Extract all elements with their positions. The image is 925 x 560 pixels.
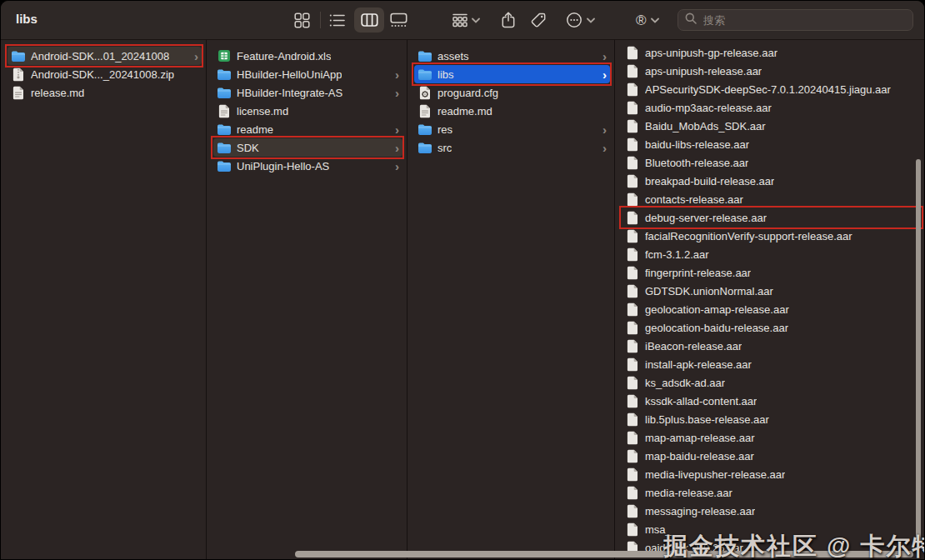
folder-row[interactable]: HBuilder-Integrate-AS›: [213, 83, 402, 102]
file-row[interactable]: audio-mp3aac-release.aar: [622, 98, 922, 117]
file-row[interactable]: fcm-3.1.2.aar: [622, 245, 922, 263]
file-aar-icon: [625, 64, 639, 78]
item-label: install-apk-release.aar: [645, 358, 752, 371]
search-input[interactable]: [702, 13, 906, 28]
file-aar-icon: [625, 376, 639, 390]
file-row[interactable]: baidu-libs-release.aar: [622, 135, 922, 153]
item-label: geolocation-baidu-release.aar: [645, 322, 788, 334]
file-aar-icon: [625, 486, 639, 500]
chevron-right-icon: ›: [598, 142, 607, 154]
file-row[interactable]: Baidu_MobAds_SDK.aar: [622, 117, 922, 135]
file-aar-icon: [625, 504, 639, 518]
item-label: SDK: [237, 142, 259, 154]
item-label: readme.md: [438, 105, 492, 118]
folder-icon: [418, 49, 432, 63]
item-label: breakpad-build-release.aar: [645, 175, 774, 188]
item-label: HBuilder-HelloUniApp: [237, 68, 342, 81]
file-row[interactable]: release.md: [8, 83, 202, 102]
file-row[interactable]: geolocation-baidu-release.aar: [622, 318, 922, 337]
finder-column-1: Android-SDK...01_20241008›Android-SDK...…: [1, 40, 207, 559]
file-row[interactable]: Bluetooth-release.aar: [622, 153, 922, 172]
folder-row[interactable]: libs›: [414, 65, 610, 83]
item-label: messaging-release.aar: [645, 505, 755, 518]
folder-row[interactable]: HBuilder-HelloUniApp›: [213, 65, 402, 83]
tag-icon: [531, 12, 547, 28]
file-row[interactable]: debug-server-release.aar: [622, 208, 922, 227]
file-row[interactable]: fingerprint-release.aar: [622, 263, 922, 282]
file-aar-icon: [625, 174, 639, 188]
file-row[interactable]: media-release.aar: [622, 483, 922, 502]
item-label: map-amap-release.aar: [645, 432, 755, 444]
column-browser: Android-SDK...01_20241008›Android-SDK...…: [1, 40, 924, 559]
chevron-right-icon: ›: [189, 50, 198, 62]
file-row[interactable]: breakpad-build-release.aar: [622, 172, 922, 190]
file-row[interactable]: aps-unipush-release.aar: [622, 62, 922, 80]
file-row[interactable]: contacts-release.aar: [622, 190, 922, 208]
folder-icon: [217, 122, 231, 137]
folder-row[interactable]: readme›: [213, 120, 402, 138]
file-row[interactable]: GDTSDK.unionNormal.aar: [622, 282, 922, 300]
folder-row[interactable]: Android-SDK...01_20241008›: [8, 47, 202, 65]
ellipsis-circle-icon: [566, 12, 582, 28]
icon-view-button[interactable]: [291, 8, 313, 32]
file-row[interactable]: install-apk-release.aar: [622, 355, 922, 373]
file-row[interactable]: lib.5plus.base-release.aar: [622, 410, 922, 428]
file-row[interactable]: license.md: [213, 102, 402, 120]
tag-button[interactable]: [528, 8, 550, 32]
file-row[interactable]: iBeacon-release.aar: [622, 337, 922, 355]
file-aar-icon: [625, 412, 639, 427]
horizontal-scrollbar[interactable]: [295, 551, 913, 558]
toolbar-separator: [320, 12, 321, 28]
item-label: iBeacon-release.aar: [645, 340, 742, 352]
chevron-right-icon: ›: [598, 123, 607, 136]
file-aar-icon: [625, 358, 639, 372]
folder-row[interactable]: res›: [414, 120, 610, 138]
folder-icon: [418, 141, 432, 155]
file-row[interactable]: ks_adsdk-ad.aar: [622, 373, 922, 392]
file-row[interactable]: proguard.cfg: [414, 83, 610, 102]
file-row[interactable]: kssdk-allad-content.aar: [622, 392, 922, 410]
file-cfg-icon: [418, 86, 432, 100]
file-row[interactable]: facialRecognitionVerify-support-release.…: [622, 227, 922, 245]
item-label: baidu-libs-release.aar: [645, 138, 749, 151]
item-label: libs: [438, 68, 454, 81]
file-row[interactable]: map-baidu-release.aar: [622, 447, 922, 465]
item-label: Feature-Android.xls: [237, 50, 331, 62]
folder-row[interactable]: assets›: [414, 47, 610, 65]
file-row[interactable]: messaging-release.aar: [622, 502, 922, 520]
file-row[interactable]: APSecuritySDK-deepSec-7.0.1.20240415.jia…: [622, 80, 922, 98]
file-aar-icon: [625, 192, 639, 207]
file-aar-icon: [625, 211, 639, 225]
item-label: media-release.aar: [645, 487, 732, 499]
item-label: debug-server-release.aar: [645, 212, 767, 224]
gallery-view-button[interactable]: [387, 8, 411, 32]
file-row[interactable]: aps-unipush-gp-release.aar: [622, 43, 922, 62]
item-label: facialRecognitionVerify-support-release.…: [645, 230, 852, 242]
column-view-button[interactable]: [354, 8, 384, 32]
item-label: GDTSDK.unionNormal.aar: [645, 285, 773, 298]
item-label: ks_adsdk-ad.aar: [645, 377, 725, 389]
item-label: APSecuritySDK-deepSec-7.0.1.20240415.jia…: [645, 83, 891, 96]
file-row[interactable]: readme.md: [414, 102, 610, 120]
folder-row[interactable]: SDK›: [213, 138, 402, 157]
item-label: release.md: [31, 87, 84, 99]
share-button[interactable]: [498, 8, 519, 32]
gallery-icon: [390, 12, 408, 28]
file-row[interactable]: msa_: [622, 520, 922, 538]
file-row[interactable]: Android-SDK..._20241008.zip: [8, 65, 202, 83]
file-row[interactable]: Feature-Android.xls: [213, 47, 402, 65]
list-view-button[interactable]: [326, 8, 348, 32]
more-actions-button[interactable]: [562, 8, 598, 32]
search-icon: [685, 12, 697, 28]
extension-button[interactable]: ®: [632, 8, 662, 32]
folder-row[interactable]: src›: [414, 138, 610, 157]
file-row[interactable]: media-livepusher-release.aar: [622, 465, 922, 483]
file-row[interactable]: map-amap-release.aar: [622, 428, 922, 447]
search-field[interactable]: [678, 9, 913, 31]
item-label: audio-mp3aac-release.aar: [645, 102, 772, 114]
folder-icon: [418, 68, 432, 82]
vertical-scrollbar[interactable]: [916, 159, 921, 542]
folder-row[interactable]: UniPlugin-Hello-AS›: [213, 157, 402, 175]
file-row[interactable]: geolocation-amap-release.aar: [622, 300, 922, 318]
group-button[interactable]: [449, 8, 483, 32]
